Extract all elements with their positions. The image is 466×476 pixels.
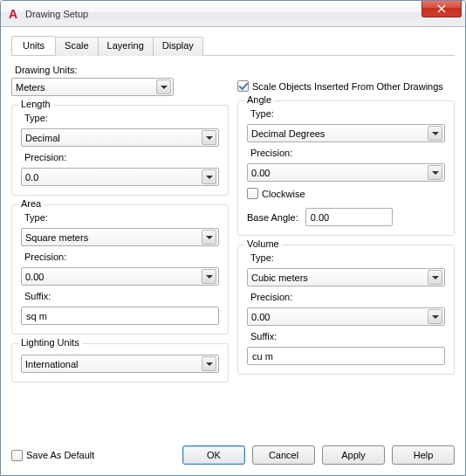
- tab-bar: Units Scale Layering Display: [11, 36, 455, 56]
- length-type-value: Decimal: [25, 133, 60, 143]
- help-button[interactable]: Help: [392, 445, 455, 465]
- tab-units[interactable]: Units: [11, 36, 56, 55]
- chevron-down-icon: [156, 79, 171, 94]
- chevron-down-icon: [202, 169, 216, 184]
- angle-precision-value: 0.00: [251, 168, 270, 178]
- area-type-label: Type:: [24, 212, 219, 223]
- app-icon: A: [6, 7, 20, 21]
- tab-layering[interactable]: Layering: [98, 37, 154, 56]
- ok-button[interactable]: OK: [182, 445, 245, 465]
- base-angle-label: Base Angle:: [247, 212, 298, 223]
- area-legend: Area: [18, 198, 44, 209]
- volume-legend: Volume: [244, 238, 282, 249]
- scale-inserted-label: Scale Objects Inserted From Other Drawin…: [252, 81, 443, 92]
- volume-precision-label: Precision:: [250, 292, 445, 302]
- chevron-down-icon: [202, 269, 216, 284]
- checkbox-icon: [237, 80, 249, 92]
- volume-suffix-input[interactable]: cu m: [247, 347, 445, 365]
- volume-suffix-label: Suffix:: [250, 331, 445, 341]
- angle-type-value: Decimal Degrees: [251, 128, 325, 139]
- apply-button[interactable]: Apply: [322, 445, 385, 465]
- chevron-down-icon: [202, 130, 216, 145]
- checkbox-icon: [11, 450, 23, 461]
- chevron-down-icon: [202, 230, 216, 245]
- checkbox-icon: [247, 188, 258, 199]
- length-precision-value: 0.0: [25, 172, 38, 183]
- area-precision-label: Precision:: [24, 252, 219, 262]
- close-button[interactable]: [421, 0, 462, 17]
- area-group: Area Type: Square meters Precision: 0.00…: [11, 204, 229, 335]
- area-suffix-label: Suffix:: [24, 291, 219, 301]
- cancel-button[interactable]: Cancel: [252, 445, 315, 465]
- lighting-legend: Lighting Units: [18, 337, 82, 348]
- scale-inserted-checkbox[interactable]: Scale Objects Inserted From Other Drawin…: [237, 80, 455, 92]
- volume-precision-select[interactable]: 0.00: [247, 307, 445, 326]
- close-icon: [437, 4, 446, 13]
- lighting-units-value: International: [25, 359, 79, 369]
- clockwise-label: Clockwise: [262, 189, 305, 199]
- area-suffix-input[interactable]: sq m: [21, 307, 219, 325]
- volume-type-label: Type:: [250, 252, 445, 263]
- length-type-select[interactable]: Decimal: [21, 128, 219, 147]
- chevron-down-icon: [428, 309, 442, 324]
- save-as-default-checkbox[interactable]: Save As Default: [11, 450, 94, 461]
- drawing-units-select[interactable]: Meters: [11, 78, 174, 96]
- base-angle-input[interactable]: 0.00: [305, 208, 393, 226]
- chevron-down-icon: [428, 165, 442, 180]
- title-bar: A Drawing Setup: [1, 1, 465, 27]
- length-legend: Length: [18, 99, 53, 109]
- volume-type-select[interactable]: Cubic meters: [247, 268, 445, 286]
- chevron-down-icon: [428, 270, 442, 285]
- save-as-default-label: Save As Default: [26, 450, 94, 460]
- tab-scale[interactable]: Scale: [55, 37, 99, 56]
- tab-display[interactable]: Display: [153, 37, 203, 56]
- area-precision-select[interactable]: 0.00: [21, 267, 219, 286]
- length-type-label: Type:: [24, 113, 219, 123]
- lighting-units-select[interactable]: International: [21, 355, 219, 373]
- angle-type-select[interactable]: Decimal Degrees: [247, 124, 445, 142]
- window-title: Drawing Setup: [25, 9, 88, 19]
- volume-group: Volume Type: Cubic meters Precision: 0.0…: [237, 245, 455, 375]
- area-precision-value: 0.00: [25, 272, 44, 282]
- length-group: Length Type: Decimal Precision: 0.0: [11, 105, 229, 196]
- angle-precision-label: Precision:: [250, 148, 445, 158]
- volume-precision-value: 0.00: [251, 312, 270, 322]
- drawing-units-value: Meters: [16, 82, 45, 93]
- drawing-units-label: Drawing Units:: [15, 65, 229, 75]
- lighting-group: Lighting Units International: [11, 343, 229, 383]
- length-precision-select[interactable]: 0.0: [21, 168, 219, 186]
- chevron-down-icon: [428, 126, 442, 141]
- length-precision-label: Precision:: [24, 152, 219, 162]
- area-type-value: Square meters: [25, 232, 88, 243]
- chevron-down-icon: [202, 356, 216, 371]
- angle-type-label: Type:: [250, 108, 445, 119]
- volume-type-value: Cubic meters: [251, 272, 308, 283]
- area-type-select[interactable]: Square meters: [21, 228, 219, 246]
- clockwise-checkbox[interactable]: Clockwise: [247, 188, 445, 199]
- angle-precision-select[interactable]: 0.00: [247, 163, 445, 182]
- angle-legend: Angle: [244, 94, 274, 105]
- angle-group: Angle Type: Decimal Degrees Precision: 0…: [237, 100, 455, 236]
